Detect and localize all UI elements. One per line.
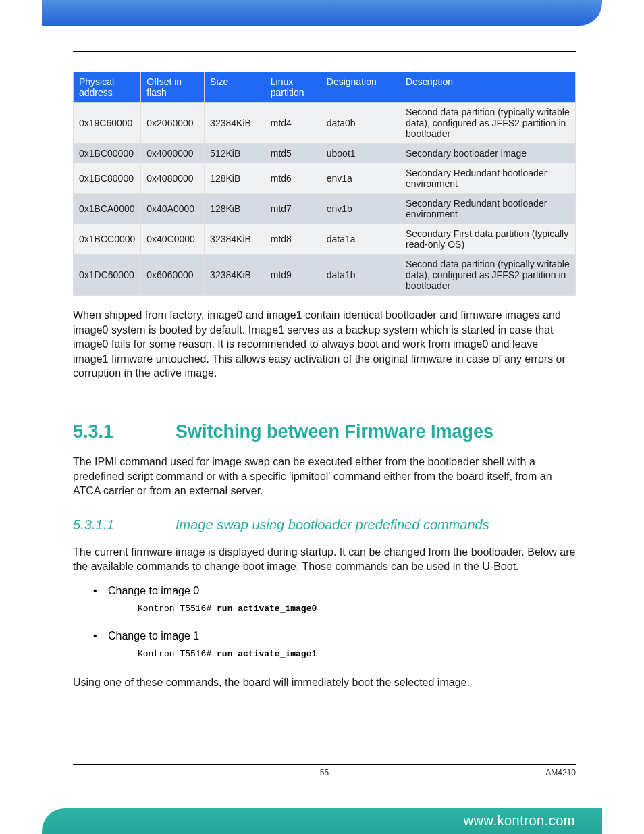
table-cell: 0x1BCC0000 bbox=[74, 224, 141, 255]
table-cell: env1a bbox=[321, 163, 400, 194]
table-cell: 32384KiB bbox=[205, 224, 265, 255]
table-cell: mtd4 bbox=[265, 103, 321, 144]
table-cell: 0x1BC00000 bbox=[74, 144, 141, 163]
th-physical-address: Physical address bbox=[74, 72, 141, 103]
table-cell: 32384KiB bbox=[205, 103, 265, 144]
shell-prompt: Kontron T5516# bbox=[138, 649, 217, 659]
table-row: 0x1BC000000x4000000512KiBmtd5uboot1Secon… bbox=[74, 144, 576, 163]
table-row: 0x1BCA00000x40A0000128KiBmtd7env1bSecond… bbox=[74, 194, 576, 224]
table-cell: Secondary Redundant bootloader environme… bbox=[400, 163, 575, 194]
table-cell: Secondary bootloader image bbox=[400, 144, 575, 163]
table-cell: 0x19C60000 bbox=[74, 103, 141, 144]
code-line: Kontron T5516# run activate_image1 bbox=[138, 649, 576, 659]
table-cell: 0x40C0000 bbox=[141, 224, 205, 255]
heading-5-3-1-1: 5.3.1.1Image swap using bootloader prede… bbox=[73, 517, 576, 533]
flash-partition-table: Physical address Offset in flash Size Li… bbox=[73, 72, 576, 296]
paragraph-result: Using one of these commands, the board w… bbox=[73, 675, 576, 690]
table-cell: 0x4080000 bbox=[141, 163, 205, 194]
list-item: Change to image 1Kontron T5516# run acti… bbox=[93, 630, 576, 659]
subheading-number: 5.3.1.1 bbox=[73, 517, 176, 533]
table-cell: Second data partition (typically writabl… bbox=[400, 255, 575, 296]
table-cell: 0x1BCA0000 bbox=[74, 194, 141, 224]
paragraph-current-firmware: The current firmware image is displayed … bbox=[73, 545, 576, 574]
table-cell: mtd7 bbox=[265, 194, 321, 224]
table-cell: 128KiB bbox=[205, 163, 265, 194]
page-number: 55 bbox=[320, 768, 329, 777]
heading-number: 5.3.1 bbox=[73, 421, 176, 442]
shell-prompt: Kontron T5516# bbox=[138, 604, 217, 614]
th-offset-in-flash: Offset in flash bbox=[141, 72, 205, 103]
th-size: Size bbox=[205, 72, 265, 103]
table-row: 0x1BC800000x4080000128KiBmtd6env1aSecond… bbox=[74, 163, 576, 194]
table-cell: 0x2060000 bbox=[141, 103, 205, 144]
table-cell: mtd8 bbox=[265, 224, 321, 255]
bullet-label: Change to image 0 bbox=[108, 585, 576, 597]
th-description: Description bbox=[400, 72, 575, 103]
bullet-label: Change to image 1 bbox=[108, 630, 576, 642]
table-cell: mtd9 bbox=[265, 255, 321, 296]
table-cell: 0x6060000 bbox=[141, 255, 205, 296]
footer-url: www.kontron.com bbox=[464, 813, 575, 828]
shell-command: run activate_image0 bbox=[217, 604, 317, 614]
table-cell: Secondary First data partition (typicall… bbox=[400, 224, 575, 255]
list-item: Change to image 0Kontron T5516# run acti… bbox=[93, 585, 576, 614]
paragraph-ipmi-command: The IPMI command used for image swap can… bbox=[73, 454, 576, 498]
table-cell: 0x1BC80000 bbox=[74, 163, 141, 194]
table-cell: 0x1DC60000 bbox=[74, 255, 141, 296]
heading-text: Switching between Firmware Images bbox=[176, 421, 493, 442]
code-line: Kontron T5516# run activate_image0 bbox=[138, 604, 576, 614]
heading-5-3-1: 5.3.1Switching between Firmware Images bbox=[73, 421, 576, 442]
header-rule bbox=[73, 51, 576, 52]
table-cell: mtd5 bbox=[265, 144, 321, 163]
subheading-text: Image swap using bootloader predefined c… bbox=[176, 517, 489, 532]
table-cell: 0x4000000 bbox=[141, 144, 205, 163]
table-row: 0x1DC600000x606000032384KiBmtd9data1bSec… bbox=[74, 255, 576, 296]
shell-command: run activate_image1 bbox=[217, 649, 317, 659]
page-content: Physical address Offset in flash Size Li… bbox=[73, 72, 576, 690]
table-cell: Second data partition (typically writabl… bbox=[400, 103, 575, 144]
footer-meta: 55 AM4210 bbox=[73, 764, 576, 768]
th-designation: Designation bbox=[321, 72, 400, 103]
doc-id: AM4210 bbox=[545, 768, 576, 777]
table-cell: env1b bbox=[321, 194, 400, 224]
command-list: Change to image 0Kontron T5516# run acti… bbox=[93, 585, 576, 659]
table-cell: data1a bbox=[321, 224, 400, 255]
table-cell: data0b bbox=[321, 103, 400, 144]
paragraph-factory-images: When shipped from factory, image0 and im… bbox=[73, 308, 576, 381]
th-linux-partition: Linux parti­tion bbox=[265, 72, 321, 103]
table-cell: 512KiB bbox=[205, 144, 265, 163]
table-row: 0x1BCC00000x40C000032384KiBmtd8data1aSec… bbox=[74, 224, 576, 255]
table-cell: 32384KiB bbox=[205, 255, 265, 296]
table-cell: mtd6 bbox=[265, 163, 321, 194]
bottom-banner: www.kontron.com bbox=[42, 808, 602, 834]
table-cell: 128KiB bbox=[205, 194, 265, 224]
table-cell: Secondary Redundant bootloader environme… bbox=[400, 194, 575, 224]
table-cell: 0x40A0000 bbox=[141, 194, 205, 224]
top-banner bbox=[42, 0, 602, 26]
table-cell: data1b bbox=[321, 255, 400, 296]
table-row: 0x19C600000x206000032384KiBmtd4data0bSec… bbox=[74, 103, 576, 144]
table-cell: uboot1 bbox=[321, 144, 400, 163]
